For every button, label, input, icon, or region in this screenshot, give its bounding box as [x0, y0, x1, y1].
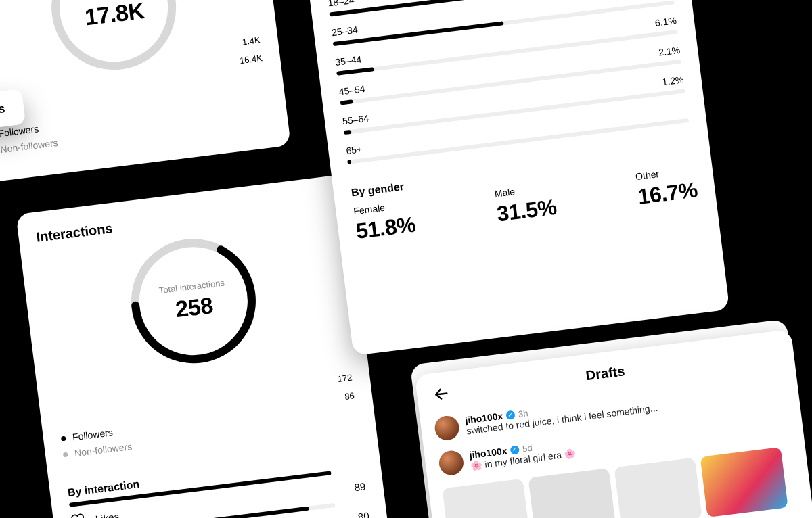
gender-stat: Female 51.8% [353, 199, 418, 244]
interactions-center-label: Total interactions [158, 277, 225, 296]
draft-thumbnail[interactable] [614, 458, 702, 518]
legend-nonfollowers-label: Non-followers [0, 137, 58, 155]
interactions-donut: Total interactions 258 [118, 226, 269, 377]
interactions-nonfollowers-count: 86 [339, 389, 355, 404]
drafts-title: Drafts [585, 363, 625, 383]
gender-value: 31.5% [495, 195, 558, 227]
draft-thumbnail[interactable] [700, 447, 788, 517]
interaction-value: 80 [357, 510, 370, 518]
views-card: Total views 17.8K 1.4K 16.4K Followers N… [0, 0, 291, 184]
age-label: 45–54 [338, 83, 366, 97]
interaction-value: 89 [353, 480, 366, 493]
avatar [438, 449, 465, 476]
age-label: 35–44 [334, 53, 362, 68]
dot-icon [63, 452, 68, 457]
age-label: 65+ [346, 143, 363, 156]
age-percent: 6.1% [654, 15, 677, 28]
views-nonfollowers-count: 16.4K [239, 51, 263, 68]
age-percent: 2.1% [658, 45, 681, 58]
draft-time: 5d [522, 442, 533, 454]
views-donut: Total views 17.8K [39, 0, 189, 83]
heart-icon [70, 512, 87, 518]
age-label: 55–64 [342, 113, 369, 127]
gender-stat: Other 16.7% [635, 164, 699, 209]
demographics-card: By age All Female Male 13–17 9.2% 18–24 … [298, 0, 730, 356]
verified-badge-icon: ✓ [510, 445, 520, 454]
views-followers-count: 1.4K [237, 33, 261, 50]
arrow-left-icon [432, 385, 451, 403]
gender-stat: Male 31.5% [494, 181, 558, 227]
views-breakdown-values: 1.4K 16.4K [237, 33, 264, 68]
draft-thumbnail[interactable] [442, 479, 530, 518]
age-percent: 1.2% [662, 74, 685, 87]
gender-value: 16.7% [637, 177, 699, 209]
dot-icon [61, 435, 66, 441]
avatar [434, 415, 461, 442]
legend-followers-label: Followers [72, 427, 113, 442]
interactions-breakdown-values: 172 86 [337, 371, 355, 404]
age-label: 25–34 [331, 24, 359, 39]
verified-badge-icon: ✓ [505, 410, 515, 419]
age-label: 18–24 [328, 0, 355, 9]
draft-time: 3h [518, 408, 528, 419]
interaction-label: Likes [95, 511, 120, 518]
gender-value: 51.8% [355, 212, 417, 244]
legend-nonfollowers-label: Non-followers [74, 441, 133, 458]
views-center-value: 17.8K [83, 0, 145, 30]
interactions-followers-count: 172 [337, 371, 353, 386]
interactions-center-value: 258 [174, 292, 215, 323]
draft-thumbnail[interactable] [528, 468, 616, 518]
back-button[interactable] [432, 385, 451, 406]
